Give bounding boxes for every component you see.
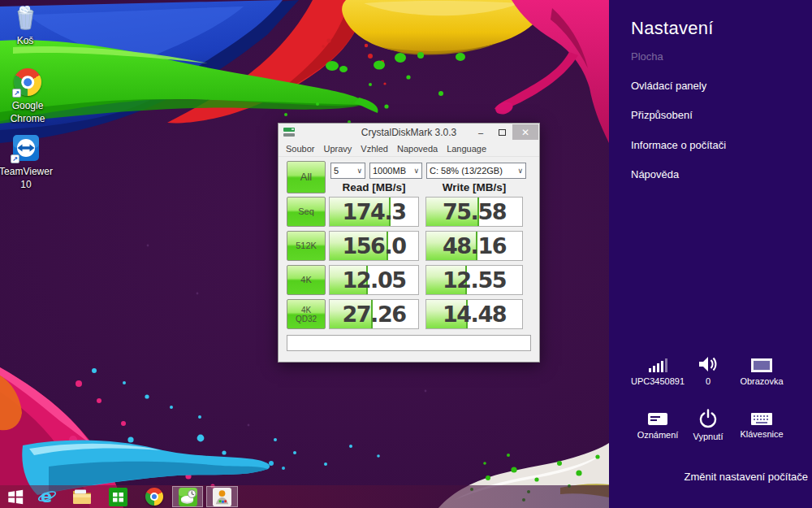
taskbar-internet-explorer[interactable]: e [37,487,58,506]
crystaldiskmark-icon [179,488,197,506]
test-size-value: 1000MB [373,166,406,176]
charm-item-ovladaci-panely[interactable]: Ovládací panely [631,80,706,92]
chevron-down-icon: ∨ [354,167,362,175]
keyboard-icon [750,412,773,426]
volume-icon [698,355,719,373]
drive-value: C: 58% (13/22GB) [430,166,503,176]
tile-notifications[interactable]: Oznámení [633,411,683,440]
window-titlebar[interactable]: CrystalDiskMark 3.0.3 – ✕ [279,124,539,141]
test-size-select[interactable]: 1000MB ∨ [369,163,422,179]
tile-power[interactable]: Vypnutí [683,409,733,441]
4k-qd32-test-button[interactable]: 4K QD32 [287,299,326,329]
keyboard-label: Klávesnice [740,429,783,439]
settings-charm-panel: Nastavení Plocha Ovládací panely Přizpůs… [609,0,812,508]
network-signal-icon [648,357,667,373]
screen: Koš ↗ Google Chrome ↗ TeamViewer 10 [0,0,812,508]
write-column-header: Write [MB/s] [425,180,523,195]
seq-test-button[interactable]: Seq [287,197,326,227]
4k-qd32-read-value: 27.26 [330,300,418,328]
menu-napoveda[interactable]: Napoveda [397,144,438,154]
4k-read-cell: 12.05 [329,265,419,295]
charm-item-informace-o-pocitaci[interactable]: Informace o počítači [631,139,726,151]
taskbar-start-button[interactable] [5,487,26,506]
seq-write-cell: 75.58 [425,197,523,227]
4k-qd32-write-cell: 14.48 [425,299,523,329]
internet-explorer-icon: e [37,487,57,506]
read-column-header: Read [MB/s] [329,180,419,195]
desktop-icon-recycle-bin[interactable]: Koš [3,4,47,47]
taskbar: e [0,485,609,508]
taskbar-google-chrome[interactable] [144,487,165,506]
4k-test-button[interactable]: 4K [287,265,326,295]
menu-upravy[interactable]: Upravy [323,144,352,154]
4k-read-value: 12.05 [330,266,418,294]
shortcut-arrow-icon: ↗ [12,89,21,98]
tile-screen[interactable]: Obrazovka [736,358,787,386]
desktop-icon-label: Koš [17,34,34,47]
chevron-down-icon: ∨ [411,167,419,175]
notifications-icon [647,411,668,427]
512k-write-value: 48.16 [426,232,522,260]
test-count-select[interactable]: 5 ∨ [330,163,365,179]
4k-write-cell: 12.55 [425,265,523,295]
tile-keyboard[interactable]: Klávesnice [736,412,787,439]
screen-label: Obrazovka [740,376,783,386]
tile-network[interactable]: UPC3450891 [633,357,683,386]
settings-title: Nastavení [631,18,714,39]
recycle-bin-icon [15,4,37,31]
charm-item-napoveda[interactable]: Nápověda [631,168,679,180]
4k-qd32-read-cell: 27.26 [329,299,419,329]
crystaldiskmark-window: CrystalDiskMark 3.0.3 – ✕ Soubor Upravy … [278,123,540,363]
svg-text:e: e [41,487,52,506]
volume-level: 0 [706,376,710,386]
minimize-button[interactable]: – [470,124,491,140]
taskbar-file-explorer[interactable] [71,487,93,506]
run-all-button[interactable]: All [287,161,326,193]
charm-item-prizpusobeni[interactable]: Přizpůsobení [631,109,693,121]
menu-soubor[interactable]: Soubor [286,144,314,154]
menu-bar: Soubor Upravy Vzhled Napoveda Language [279,141,539,157]
file-explorer-icon [72,488,92,505]
menu-language[interactable]: Language [447,144,486,154]
512k-test-button[interactable]: 512K [287,231,326,261]
change-pc-settings-link[interactable]: Změnit nastavení počítače [685,471,808,483]
network-name: UPC3450891 [631,376,685,386]
desktop-icon-google-chrome[interactable]: ↗ Google Chrome [5,68,50,125]
512k-read-cell: 156.0 [329,231,419,261]
512k-write-cell: 48.16 [425,231,523,261]
close-button[interactable]: ✕ [512,124,538,140]
desktop-icon-teamviewer[interactable]: ↗ TeamViewer 10 [2,134,50,191]
desktop-icon-label: TeamViewer 10 [0,165,53,191]
tile-volume[interactable]: 0 [683,355,733,386]
shortcut-arrow-icon: ↗ [11,154,19,163]
4k-write-value: 12.55 [426,266,522,294]
taskbar-windows-store[interactable] [107,487,128,506]
4k-qd32-write-value: 14.48 [426,300,522,328]
maximize-button[interactable] [491,124,512,140]
desktop-icon-label: Google Chrome [5,99,50,125]
power-icon [698,409,718,428]
screen-icon [750,358,773,373]
drive-select[interactable]: C: 58% (13/22GB) ∨ [426,163,526,179]
seq-read-value: 174.3 [330,198,418,226]
comment-field[interactable] [287,335,531,351]
power-label: Vypnutí [693,432,723,441]
taskbar-image-viewer-running[interactable] [206,486,238,507]
notifications-label: Oznámení [637,430,679,440]
seq-read-cell: 174.3 [329,197,419,227]
windows-start-icon [6,488,24,506]
512k-read-value: 156.0 [330,232,418,260]
taskbar-crystaldiskmark-running[interactable] [172,486,203,507]
chevron-down-icon: ∨ [515,167,523,175]
windows-store-icon [109,488,127,506]
test-count-value: 5 [334,166,339,176]
chrome-icon [145,488,163,506]
seq-write-value: 75.58 [426,198,522,226]
charm-item-plocha[interactable]: Plocha [631,50,663,63]
image-viewer-icon [213,488,231,506]
menu-vzhled[interactable]: Vzhled [361,144,388,154]
